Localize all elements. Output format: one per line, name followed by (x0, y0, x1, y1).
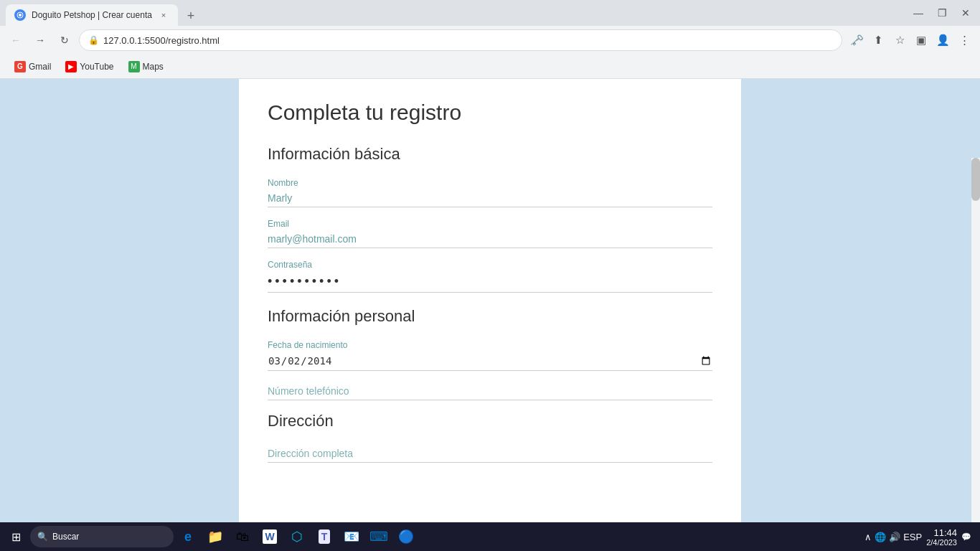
fecha-nacimiento-field: Fecha de nacimiento (268, 340, 712, 371)
taskbar-clock[interactable]: 11:44 2/4/2023 (926, 527, 957, 547)
search-icon: 🔍 (37, 532, 48, 542)
window-controls: — ❐ ✕ (909, 6, 974, 20)
personal-info-section-title: Información personal (268, 307, 712, 326)
taskbar-word-icon[interactable]: W (257, 524, 283, 550)
active-tab[interactable]: Doguito Petshop | Crear cuenta × (6, 4, 178, 26)
windows-icon: ⊞ (11, 530, 21, 544)
telefono-input[interactable] (268, 382, 712, 400)
toolbar-icons: 🗝️ ⬆ ☆ ▣ 👤 ⋮ (847, 30, 974, 50)
forward-button[interactable]: → (30, 30, 50, 50)
bookmark-maps[interactable]: M Maps (123, 58, 169, 75)
close-button[interactable]: ✕ (957, 6, 974, 20)
chevron-icon[interactable]: ∧ (864, 532, 872, 542)
page-content: Completa tu registro Información básica … (0, 79, 980, 522)
browser-chrome: Doguito Petshop | Crear cuenta × + — ❐ ✕… (0, 0, 980, 79)
taskbar-outlook-icon[interactable]: 📧 (339, 524, 364, 550)
fecha-nacimiento-input[interactable] (268, 352, 712, 371)
taskbar-date-display: 2/4/2023 (926, 538, 957, 547)
youtube-favicon: ▶ (65, 61, 77, 72)
taskbar-edge2-icon[interactable]: ⬡ (284, 524, 310, 550)
back-button[interactable]: ← (6, 30, 26, 50)
sidebar-icon[interactable]: ▣ (911, 30, 931, 50)
taskbar-search[interactable]: 🔍 Buscar (30, 526, 174, 547)
taskbar-right: ∧ 🌐 🔊 ESP 11:44 2/4/2023 💬 (864, 527, 977, 547)
form-container: Completa tu registro Información básica … (239, 79, 741, 522)
email-input[interactable] (268, 230, 712, 248)
maps-favicon: M (128, 61, 140, 72)
bookmarks-bar: G Gmail ▶ YouTube M Maps (0, 55, 980, 79)
contrasena-label: Contraseña (268, 260, 712, 270)
sound-icon[interactable]: 🔊 (889, 532, 900, 542)
minimize-button[interactable]: — (909, 6, 928, 20)
bookmark-youtube-label: YouTube (80, 62, 113, 72)
restore-button[interactable]: ❐ (933, 6, 951, 20)
nombre-field: Nombre (268, 178, 712, 207)
star-icon[interactable]: ☆ (890, 30, 910, 50)
tab-bar: Doguito Petshop | Crear cuenta × + (6, 0, 201, 26)
scrollbar-thumb[interactable] (971, 158, 980, 201)
title-bar: Doguito Petshop | Crear cuenta × + — ❐ ✕ (0, 0, 980, 26)
taskbar-chrome-icon[interactable]: 🔵 (393, 524, 419, 550)
nombre-label: Nombre (268, 178, 712, 188)
gmail-favicon: G (14, 61, 26, 72)
profile-icon[interactable]: 👤 (933, 30, 953, 50)
direccion-section-title: Dirección (268, 412, 712, 430)
taskbar: ⊞ 🔍 Buscar e 📁 🛍 W ⬡ T 📧 ⌨ 🔵 ∧ 🌐 🔊 ESP (0, 522, 980, 551)
taskbar-time-display: 11:44 (926, 527, 957, 538)
svg-point-1 (19, 14, 22, 17)
lock-icon: 🔒 (88, 35, 99, 45)
scrollbar-track[interactable] (971, 158, 980, 522)
address-bar[interactable]: 🔒 127.0.0.1:5500/registro.html (79, 29, 842, 51)
telefono-field (268, 382, 712, 400)
direccion-field (268, 445, 712, 463)
bookmark-gmail[interactable]: G Gmail (9, 58, 57, 75)
url-text: 127.0.0.1:5500/registro.html (103, 35, 833, 46)
new-tab-button[interactable]: + (181, 6, 201, 26)
network-icon[interactable]: 🌐 (875, 532, 886, 542)
bookmark-gmail-label: Gmail (29, 62, 51, 72)
taskbar-store-icon[interactable]: 🛍 (230, 524, 255, 550)
taskbar-system-icons: ∧ 🌐 🔊 ESP (864, 532, 922, 542)
menu-icon[interactable]: ⋮ (954, 30, 974, 50)
language-label: ESP (903, 532, 922, 542)
share-icon[interactable]: ⬆ (868, 30, 888, 50)
reload-button[interactable]: ↻ (55, 30, 75, 50)
contrasena-input[interactable] (268, 271, 712, 293)
tab-favicon (14, 9, 26, 21)
direccion-input[interactable] (268, 445, 712, 463)
fecha-nacimiento-label: Fecha de nacimiento (268, 340, 712, 350)
email-field: Email (268, 219, 712, 248)
key-icon[interactable]: 🗝️ (847, 30, 867, 50)
email-label: Email (268, 219, 712, 229)
start-button[interactable]: ⊞ (3, 524, 29, 550)
bookmark-maps-label: Maps (143, 62, 164, 72)
taskbar-teams-icon[interactable]: T (311, 524, 337, 550)
notification-icon[interactable]: 💬 (961, 532, 971, 542)
nombre-input[interactable] (268, 189, 712, 207)
contrasena-field: Contraseña (268, 260, 712, 293)
taskbar-file-explorer-icon[interactable]: 📁 (202, 524, 228, 550)
tab-close-button[interactable]: × (158, 9, 169, 21)
search-label: Buscar (52, 532, 79, 542)
address-bar-row: ← → ↻ 🔒 127.0.0.1:5500/registro.html 🗝️ … (0, 26, 980, 55)
taskbar-vscode-icon[interactable]: ⌨ (366, 524, 392, 550)
bookmark-youtube[interactable]: ▶ YouTube (60, 58, 119, 75)
basic-info-section-title: Información básica (268, 145, 712, 164)
taskbar-edge-icon[interactable]: e (175, 524, 201, 550)
tab-title: Doguito Petshop | Crear cuenta (32, 10, 152, 20)
page-title: Completa tu registro (268, 100, 712, 125)
